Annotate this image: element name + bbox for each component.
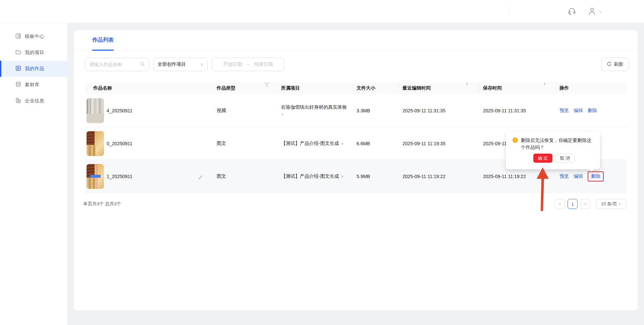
- thumbnail-caption-badge: [90, 175, 101, 178]
- date-end-placeholder: 结束日期: [254, 61, 273, 67]
- table-row: 4_20250911 视频 在瑜伽馆练出好身材的真实体验 › 3.3MB 202…: [85, 94, 627, 127]
- cell-name: 1_20250911: [85, 164, 217, 189]
- chevron-down-icon: ∨: [200, 62, 203, 67]
- work-thumbnail[interactable]: [87, 164, 104, 189]
- next-page-button[interactable]: >: [580, 199, 590, 209]
- folder-icon: [15, 49, 21, 56]
- cell-saved-time: 2025-09-11 11:19:22: [483, 174, 559, 179]
- sidebar-item-label: 企业信息: [25, 98, 44, 104]
- search-icon[interactable]: [140, 61, 145, 68]
- header-divider: [509, 5, 509, 17]
- refresh-label: 刷新: [614, 61, 624, 67]
- works-icon: [15, 65, 21, 72]
- project-select[interactable]: 全部创作项目 ∨: [153, 58, 208, 71]
- sidebar: 模板中心 我的项目 我的作品 素材库: [0, 23, 67, 325]
- template-center-icon: [15, 33, 21, 40]
- cell-type: 视频: [217, 108, 281, 114]
- tab-works-list[interactable]: 作品列表: [92, 30, 114, 51]
- project-name: 在瑜伽馆练出好身材的真实体验: [281, 104, 347, 110]
- prev-page-button[interactable]: <: [555, 199, 565, 209]
- cell-project: 在瑜伽馆练出好身材的真实体验 ›: [281, 104, 357, 118]
- sidebar-item-company-info[interactable]: 企业信息: [0, 93, 67, 109]
- sidebar-item-label: 模板中心: [25, 34, 44, 40]
- top-header: ∨: [0, 0, 644, 23]
- work-name-search-box: [85, 58, 149, 71]
- page-number-button[interactable]: 1: [568, 199, 578, 209]
- date-range-picker[interactable]: 开始日期 ~ 结束日期: [212, 58, 284, 71]
- tab-bar: 作品列表: [74, 30, 638, 51]
- work-name: 0_20250911: [107, 141, 132, 146]
- pagination: < 1 > 10 条/页 ∨: [555, 199, 626, 209]
- cell-project: 【测试】产品介绍-图文生成 ›: [281, 140, 357, 147]
- page-size-select[interactable]: 10 条/页 ∨: [596, 199, 626, 209]
- edit-link[interactable]: 编辑: [574, 108, 583, 114]
- cell-saved-time: 2025-09-11 11:31:35: [483, 108, 559, 113]
- cancel-delete-button[interactable]: 取 消: [555, 154, 575, 163]
- popconfirm-message: 删除后无法恢复，你确定要删除这个作品吗？: [521, 137, 595, 151]
- cell-type: 图文: [217, 173, 281, 179]
- page-summary: 本页共3个 总共3个: [83, 198, 121, 210]
- library-database-icon: [15, 82, 21, 88]
- date-start-placeholder: 开始日期: [223, 61, 242, 67]
- col-header-saved: 保存时间 ▲▼: [483, 85, 559, 91]
- project-name: 【测试】产品介绍-图文生成: [281, 173, 339, 179]
- user-menu-chevron-down-icon[interactable]: ∨: [599, 10, 602, 14]
- works-list-panel: 作品列表 全部创作项目 ∨ 开始日期 ~ 结束日期: [74, 30, 638, 310]
- sort-edited-icon[interactable]: ▲▼: [466, 82, 468, 86]
- cell-size: 6.6MB: [357, 141, 402, 146]
- rename-pencil-icon[interactable]: [198, 175, 203, 181]
- delete-popconfirm: ! 删除后无法恢复，你确定要删除这个作品吗？ 确 定 取 消: [506, 132, 600, 169]
- sidebar-item-template-center[interactable]: 模板中心: [0, 29, 67, 45]
- page-size-value: 10 条/页: [601, 201, 617, 207]
- cell-ops: 预览 编辑 删除: [559, 173, 627, 179]
- delete-link-highlighted[interactable]: 删除: [588, 171, 604, 181]
- delete-link[interactable]: 删除: [588, 108, 597, 114]
- search-input[interactable]: [89, 62, 135, 67]
- project-link-chevron-icon[interactable]: ›: [342, 141, 343, 146]
- col-header-ops: 操作: [559, 85, 627, 91]
- work-thumbnail[interactable]: [87, 98, 104, 123]
- cell-project: 【测试】产品介绍-图文生成 ›: [281, 173, 357, 180]
- confirm-delete-button[interactable]: 确 定: [533, 154, 552, 163]
- col-header-size: 文件大小: [357, 85, 402, 91]
- col-header-type: 作品类型: [217, 85, 281, 91]
- work-name: 1_20250911: [107, 174, 132, 179]
- filter-bar: 全部创作项目 ∨ 开始日期 ~ 结束日期 刷新: [85, 58, 629, 71]
- cell-type: 图文: [217, 141, 281, 147]
- cell-size: 3.3MB: [357, 108, 402, 113]
- cell-size: 5.9MB: [357, 174, 402, 179]
- sidebar-item-my-projects[interactable]: 我的项目: [0, 45, 67, 61]
- col-header-project: 所属项目: [281, 85, 357, 91]
- sidebar-item-label: 我的项目: [25, 50, 44, 56]
- cell-edited-time: 2025-09-11 11:31:35: [402, 108, 483, 113]
- warning-icon: !: [513, 138, 518, 143]
- work-name: 4_20250911: [107, 108, 132, 113]
- project-link-chevron-icon[interactable]: ›: [342, 174, 343, 179]
- project-select-value: 全部创作项目: [158, 61, 186, 67]
- table-header-row: 作品名称 作品类型 所属项目 文件大小 最近编辑时间 ▲▼ 保存时间 ▲▼ 操作: [85, 82, 627, 94]
- sidebar-item-label: 我的作品: [25, 66, 44, 72]
- sidebar-item-my-works[interactable]: 我的作品: [0, 61, 67, 77]
- edit-link[interactable]: 编辑: [574, 173, 583, 179]
- user-avatar-icon[interactable]: [588, 7, 596, 16]
- sidebar-item-label: 素材库: [25, 82, 40, 88]
- cell-edited-time: 2025-09-11 11:19:22: [402, 174, 483, 179]
- filter-funnel-icon[interactable]: [264, 83, 269, 88]
- sidebar-item-material-library[interactable]: 素材库: [0, 77, 67, 93]
- refresh-icon: [607, 61, 612, 67]
- support-headset-icon[interactable]: [568, 7, 576, 16]
- company-building-icon: [15, 98, 21, 104]
- chevron-down-icon: ∨: [618, 202, 621, 206]
- col-header-name: 作品名称: [85, 85, 217, 91]
- refresh-button[interactable]: 刷新: [601, 58, 629, 71]
- preview-link[interactable]: 预览: [559, 173, 569, 179]
- cell-name: 0_20250911: [85, 131, 217, 156]
- work-thumbnail[interactable]: [87, 131, 104, 156]
- cell-edited-time: 2025-09-11 11:19:35: [402, 141, 483, 146]
- sort-saved-icon[interactable]: ▲▼: [543, 82, 546, 86]
- preview-link[interactable]: 预览: [559, 108, 569, 114]
- project-link-chevron-icon[interactable]: ›: [282, 111, 355, 118]
- col-header-edited: 最近编辑时间 ▲▼: [402, 85, 483, 91]
- project-name: 【测试】产品介绍-图文生成: [281, 141, 339, 146]
- date-separator: ~: [247, 62, 249, 67]
